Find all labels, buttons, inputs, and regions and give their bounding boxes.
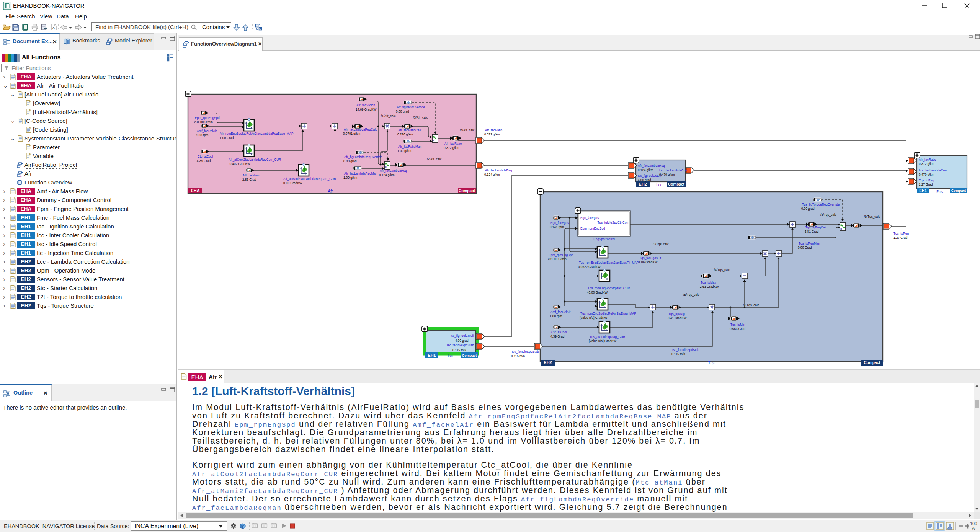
svg-text:Tqs_rpmEngSpdfacRelAir2tqDrag_: Tqs_rpmEngSpdfacRelAir2tqDrag_MAP: [580, 312, 637, 315]
svg-text:Tqs_rpmEngSpdfacEgas2facEgasFl: Tqs_rpmEngSpdfacEgas2facEgasFlt_MAP: [579, 261, 639, 264]
svg-text:0.124 g/km: 0.124 g/km: [638, 168, 653, 172]
svg-text:1.00 g/km: 1.00 g/km: [343, 176, 357, 180]
svg-text:2.83 Grad: 2.83 Grad: [242, 178, 256, 181]
svg-text:2.63 GradKW: 2.63 GradKW: [700, 285, 719, 289]
svg-text:Isc_facIdleSpdStab: Isc_facIdleSpdStab: [672, 348, 699, 352]
svg-text:Tqs_atCool2tqDrag_CUR: Tqs_atCool2tqDrag_CUR: [590, 335, 625, 339]
svg-text:4.00 grad: 4.00 grad: [455, 339, 469, 343]
svg-text:14.69 GradKW: 14.69 GradKW: [356, 108, 376, 111]
svg-text:Isc_facIdleSpdStab: Isc_facIdleSpdStab: [447, 344, 474, 347]
svg-text:0.372 g/km: 0.372 g/km: [484, 133, 500, 136]
svg-text:/8/Tqs_calc: /8/Tqs_calc: [820, 213, 836, 217]
svg-text:/4/Tqs_calc: /4/Tqs_calc: [714, 268, 730, 272]
svg-text:Afr_facRatioCalc: Afr_facRatioCalc: [398, 129, 421, 132]
svg-text:EngSpdControl: EngSpdControl: [593, 238, 615, 241]
svg-text:Afr_facRatio: Afr_facRatio: [444, 142, 462, 145]
svg-text:0.124 g/km: 0.124 g/km: [379, 173, 395, 177]
svg-text:Tqs_tqReq: Tqs_tqReq: [893, 232, 909, 235]
svg-text:Isc_flgFuelCutoff: Isc_flgFuelCutoff: [451, 334, 474, 338]
svg-text:3.41 GradKW: 3.41 GradKW: [668, 317, 687, 320]
svg-text:0.115 m/K: 0.115 m/K: [452, 349, 467, 352]
svg-text:Tqs_tqReqMan: Tqs_tqReqMan: [799, 242, 820, 245]
svg-text:Amf_facRelAir: Amf_facRelAir: [550, 310, 571, 314]
svg-text:Fmc: Fmc: [936, 189, 943, 193]
svg-text:Compact: Compact: [864, 361, 880, 365]
svg-text:Afr_facLambdaReqCalc: Afr_facLambdaReqCalc: [344, 128, 377, 131]
svg-text:EH1: EH1: [919, 189, 927, 193]
svg-text:4.00 grad: 4.00 grad: [638, 178, 651, 182]
svg-text:0.226 g/km: 0.226 g/km: [397, 133, 413, 136]
svg-text:0.470 g/km: 0.470 g/km: [659, 173, 675, 176]
svg-text:6.81 Grad: 6.81 Grad: [805, 230, 819, 233]
svg-text:0.00 grad: 0.00 grad: [343, 160, 357, 163]
svg-text:EH2: EH2: [544, 360, 552, 365]
svg-text:1.06 GradKW: 1.06 GradKW: [639, 261, 658, 264]
svg-text:1.00 g/km: 1.00 g/km: [397, 149, 411, 153]
svg-text:0.0522 GradKW: 0.0522 GradKW: [578, 265, 601, 269]
svg-text:Compact: Compact: [951, 189, 966, 193]
svg-text:Tqs_tqReqCalc: Tqs_tqReqCalc: [805, 226, 827, 229]
svg-text:0.563 Grad: 0.563 Grad: [730, 327, 745, 331]
svg-text:Isc: Isc: [448, 354, 453, 358]
svg-text:0.00 grad: 0.00 grad: [396, 110, 409, 113]
svg-text:Tqs_tqMin: Tqs_tqMin: [730, 323, 745, 326]
svg-text:1.00 Grad: 1.00 Grad: [220, 136, 234, 140]
svg-text:40.00 GradKW: 40.00 GradKW: [587, 291, 608, 294]
svg-text:Afr_atMani2facLambdaReqCorr_CU: Afr_atMani2facLambdaReqCorr_CUR: [283, 177, 336, 181]
svg-text:0.124 g/km: 0.124 g/km: [484, 173, 500, 176]
svg-text:4.39 Grad: 4.39 Grad: [550, 335, 565, 338]
svg-text:Afr_facLambdaReqMan: Afr_facLambdaReqMan: [344, 172, 377, 175]
svg-text:Ctc_atCool: Ctc_atCool: [551, 331, 567, 334]
svg-text:c: c: [20, 175, 22, 178]
svg-text:/7/Tqs_calc: /7/Tqs_calc: [743, 304, 759, 307]
svg-text:Ctc_atCool: Ctc_atCool: [198, 155, 213, 158]
svg-text:1.27 Grad: 1.27 Grad: [893, 236, 908, 240]
svg-text:1.88 rpm: 1.88 rpm: [550, 315, 562, 318]
svg-text:Afr_facRatioMan: Afr_facRatioMan: [398, 145, 421, 149]
svg-text:0.141 rpm: 0.141 rpm: [550, 225, 564, 229]
svg-text:/2/Afr_calc: /2/Afr_calc: [427, 158, 442, 161]
svg-text:Epm_rpmEngSpd: Epm_rpmEngSpd: [549, 253, 573, 257]
svg-text:A: A: [52, 26, 55, 29]
svg-text:Tqs: Tqs: [708, 361, 715, 365]
svg-text:4.39 Grad: 4.39 Grad: [197, 159, 211, 163]
svg-text:0.470 g/km: 0.470 g/km: [919, 173, 934, 176]
svg-text:/3/Afr_calc: /3/Afr_calc: [413, 116, 428, 119]
svg-text:Afr_facRatio: Afr_facRatio: [919, 158, 936, 162]
svg-text:[Value n/a] GradKW: [Value n/a] GradKW: [580, 316, 607, 320]
svg-text:0.00 GradKW: 0.00 GradKW: [283, 181, 302, 185]
svg-text:Compact: Compact: [459, 189, 475, 193]
svg-text:EH2: EH2: [639, 182, 647, 186]
svg-text:Egc_facEgas: Egc_facEgas: [550, 221, 569, 225]
svg-text:Egc_facEgas: Egc_facEgas: [580, 216, 599, 220]
svg-text:0.115 m/K: 0.115 m/K: [671, 352, 686, 356]
svg-text:/3/Tqs_calc: /3/Tqs_calc: [653, 243, 669, 246]
svg-text:1.88 rpm: 1.88 rpm: [196, 134, 208, 137]
svg-text:Afr_atCool2facLambdaReqCorr_CU: Afr_atCool2facLambdaReqCorr_CUR: [229, 158, 281, 162]
svg-text:Afr_flgLambdaReqOverride: Afr_flgLambdaReqOverride: [344, 155, 382, 159]
svg-text:Afr_facLambdaReq: Afr_facLambdaReq: [485, 169, 512, 172]
svg-text:Epm_rpmEngSpd: Epm_rpmEngSpd: [580, 227, 605, 230]
svg-text:Afr_facStoich: Afr_facStoich: [356, 104, 375, 107]
svg-text:Tqs_rpmEngSpd2tqMax_CUR: Tqs_rpmEngSpd2tqMax_CUR: [588, 287, 630, 290]
svg-text:Afr_flgRatioOverride: Afr_flgRatioOverride: [397, 106, 425, 109]
svg-text:/5/Tqs_calc: /5/Tqs_calc: [683, 293, 699, 297]
svg-text:Compact: Compact: [462, 354, 477, 357]
svg-text:EHA: EHA: [191, 188, 199, 193]
svg-text:0.372 g/km: 0.372 g/km: [919, 162, 934, 166]
svg-text:Amf_facRelAir: Amf_facRelAir: [197, 129, 217, 133]
svg-text:[Value n/a] GradKW: [Value n/a] GradKW: [589, 339, 616, 343]
svg-text:1.27 Grad: 1.27 Grad: [919, 183, 933, 186]
svg-text:Tqs_flgTorqueReqOverride: Tqs_flgTorqueReqOverride: [802, 203, 840, 206]
svg-text:0.0791 g/km: 0.0791 g/km: [343, 132, 360, 135]
svg-text:Epm_rpmEngSpd: Epm_rpmEngSpd: [195, 116, 220, 120]
svg-text:/4/Afr_calc: /4/Afr_calc: [460, 129, 475, 132]
svg-text:0.00 grad: 0.00 grad: [801, 207, 815, 211]
svg-text:Afr_facRatio: Afr_facRatio: [485, 129, 502, 132]
svg-text:Lcc: Lcc: [656, 183, 662, 187]
svg-text:Lcc_facLambdaCorr: Lcc_facLambdaCorr: [919, 169, 947, 172]
svg-text:Mtc_atMani: Mtc_atMani: [243, 174, 259, 177]
svg-text:Isc_facIdleSpdStab: Isc_facIdleSpdStab: [512, 350, 539, 354]
svg-text:Isc_flgFuelCutoff: Isc_flgFuelCutoff: [638, 174, 662, 178]
svg-text:/9/Tqs_calc: /9/Tqs_calc: [864, 215, 880, 219]
